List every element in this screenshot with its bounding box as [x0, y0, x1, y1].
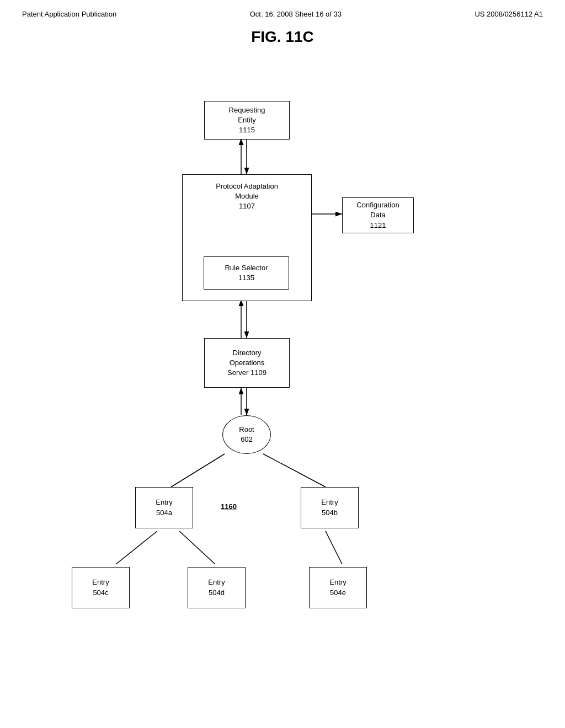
svg-line-10	[263, 454, 326, 487]
requesting-entity-line2: Entity	[238, 115, 256, 125]
entry-504c-line1: Entry	[92, 577, 109, 587]
entry-504e-box: Entry 504e	[309, 567, 367, 608]
entry-504d-line1: Entry	[208, 577, 225, 587]
rule-selector-line2: 1135	[238, 273, 254, 283]
dos-line1: Directory	[232, 348, 261, 358]
root-line1: Root	[239, 425, 254, 435]
root-circle: Root 602	[222, 415, 271, 454]
entry-504b-box: Entry 504b	[301, 487, 359, 528]
entry-504b-line2: 504b	[322, 508, 338, 518]
label-1160: 1160	[221, 502, 237, 511]
fig-title: FIG. 11C	[0, 28, 565, 46]
config-line3: 1121	[370, 221, 386, 231]
rule-selector-box: Rule Selector 1135	[204, 256, 289, 290]
pam-line2: Module	[235, 192, 259, 200]
protocol-adaptation-box: Protocol Adaptation Module 1107 Rule Sel…	[182, 174, 312, 301]
entry-504a-line2: 504a	[156, 508, 172, 518]
svg-line-12	[179, 531, 215, 564]
entry-504e-line2: 504e	[330, 588, 346, 598]
dos-line2: Operations	[230, 358, 265, 368]
configuration-data-box: Configuration Data 1121	[342, 197, 414, 233]
entry-504d-line2: 504d	[209, 588, 225, 598]
header-left: Patent Application Publication	[22, 10, 116, 18]
config-line1: Configuration	[356, 200, 399, 210]
header-right: US 2008/0256112 A1	[475, 10, 543, 18]
requesting-entity-box: Requesting Entity 1115	[204, 101, 290, 140]
requesting-entity-line1: Requesting	[229, 105, 265, 115]
config-line2: Data	[370, 210, 385, 220]
entry-504c-box: Entry 504c	[72, 567, 130, 608]
entry-504a-line1: Entry	[156, 497, 172, 507]
root-line2: 602	[241, 435, 253, 445]
entry-504b-line1: Entry	[321, 497, 338, 507]
pam-line1: Protocol Adaptation	[216, 182, 278, 190]
svg-line-11	[116, 531, 157, 564]
entry-504c-line2: 504c	[93, 588, 108, 598]
rule-selector-line1: Rule Selector	[225, 263, 268, 273]
directory-operations-box: Directory Operations Server 1109	[204, 338, 290, 388]
entry-504e-line1: Entry	[329, 577, 346, 587]
pam-line3: 1107	[239, 202, 255, 210]
svg-line-13	[326, 531, 342, 564]
dos-line3: Server 1109	[227, 368, 266, 378]
diagram-container: Requesting Entity 1115 Protocol Adaptati…	[0, 57, 565, 697]
requesting-entity-line3: 1115	[239, 125, 255, 135]
header-center: Oct. 16, 2008 Sheet 16 of 33	[250, 10, 342, 18]
entry-504d-box: Entry 504d	[188, 567, 246, 608]
entry-504a-box: Entry 504a	[135, 487, 193, 528]
svg-line-9	[171, 454, 225, 487]
page-header: Patent Application Publication Oct. 16, …	[0, 0, 565, 23]
